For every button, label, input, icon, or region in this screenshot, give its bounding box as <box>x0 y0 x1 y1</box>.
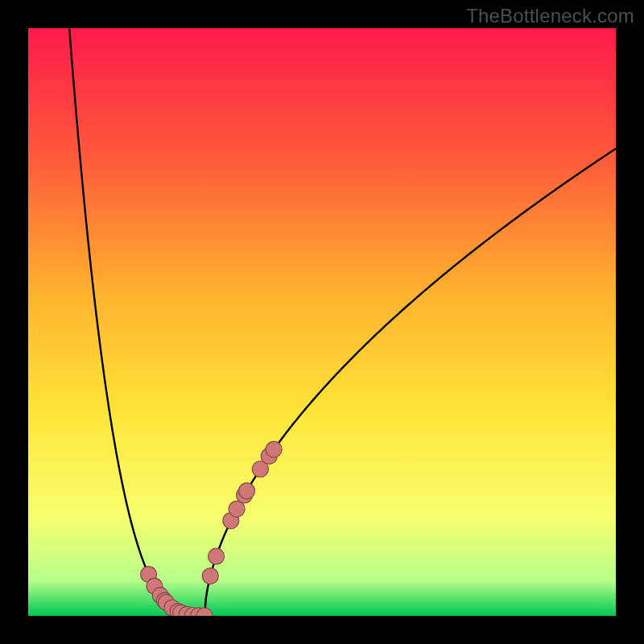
chart-frame: TheBottleneck.com <box>0 0 644 644</box>
data-marker <box>229 501 245 517</box>
data-marker <box>239 483 255 499</box>
data-marker <box>202 568 218 584</box>
data-marker <box>208 548 225 564</box>
plot-background <box>28 28 616 616</box>
watermark-text: TheBottleneck.com <box>466 5 634 27</box>
data-marker <box>266 441 282 457</box>
chart-plot <box>28 28 616 616</box>
